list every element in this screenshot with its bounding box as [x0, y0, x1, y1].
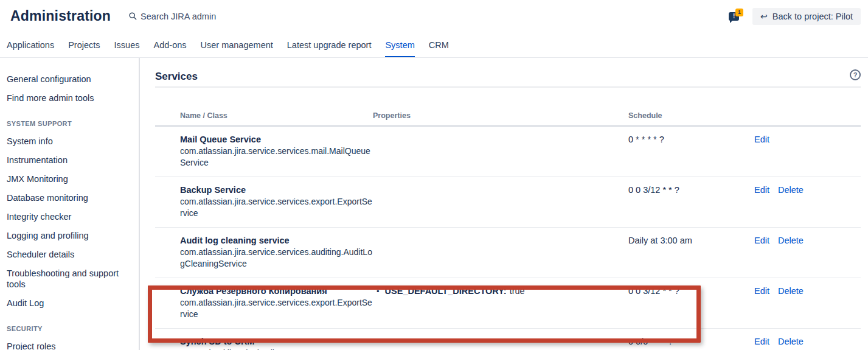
column-header-schedule: Schedule: [628, 88, 754, 125]
service-name-cell: Synch SD to CRM ru.teamlead.jira.plugins…: [155, 329, 373, 350]
services-table-header: Name / Class Properties Schedule: [155, 88, 861, 127]
sidebar: General configurationFind more admin too…: [0, 58, 140, 350]
service-name-cell: Audit log cleaning service com.atlassian…: [155, 228, 373, 278]
nav-tab-issues[interactable]: Issues: [114, 32, 140, 57]
sidebar-item-jmx-monitoring[interactable]: JMX Monitoring: [7, 173, 133, 184]
service-schedule: Daily at 3:00 am: [628, 228, 754, 278]
nav-tab-applications[interactable]: Applications: [7, 32, 54, 57]
back-to-project-label: Back to project: Pilot: [773, 12, 853, 21]
content-header: Services ?: [155, 71, 861, 88]
service-name-cell: Backup Service com.atlassian.jira.servic…: [155, 177, 373, 227]
services-table-body: Mail Queue Service com.atlassian.jira.se…: [155, 127, 861, 350]
service-name: Mail Queue Service: [180, 134, 373, 145]
help-icon[interactable]: ?: [850, 69, 861, 80]
sidebar-item-system-info[interactable]: System info: [7, 136, 133, 147]
edit-link[interactable]: Edit: [754, 236, 769, 245]
service-class: com.atlassian.jira.service.services.expo…: [180, 297, 373, 320]
property-item: •USE_DEFAULT_DIRECTORY:true: [373, 285, 628, 297]
delete-link[interactable]: Delete: [778, 236, 804, 245]
service-row: Audit log cleaning service com.atlassian…: [155, 228, 861, 278]
service-schedule: 0 * * * * ?: [628, 127, 754, 177]
service-properties-cell: [373, 177, 628, 227]
service-name: Audit log cleaning service: [180, 235, 373, 246]
service-name: Backup Service: [180, 184, 373, 195]
edit-link[interactable]: Edit: [754, 185, 769, 195]
delete-link[interactable]: Delete: [778, 185, 804, 195]
services-title: Services: [155, 71, 198, 83]
delete-link[interactable]: Delete: [778, 337, 804, 346]
sidebar-item-troubleshooting-and-support-tools[interactable]: Troubleshooting and support tools: [7, 268, 133, 290]
service-actions-cell: EditDelete: [754, 329, 861, 350]
sidebar-item-audit-log[interactable]: Audit Log: [7, 298, 133, 309]
service-properties-cell: [373, 127, 628, 177]
service-row: Mail Queue Service com.atlassian.jira.se…: [155, 127, 861, 177]
property-value: true: [510, 285, 525, 296]
jira-admin-page: Administration ! 1 ↩ Back to project: Pi…: [0, 0, 868, 350]
service-row: Synch SD to CRM ru.teamlead.jira.plugins…: [155, 329, 861, 350]
service-schedule: 0 0 3/12 * * ?: [628, 177, 754, 227]
service-actions-cell: EditDelete: [754, 177, 861, 227]
service-name-cell: Mail Queue Service com.atlassian.jira.se…: [155, 127, 373, 177]
admin-search: [129, 12, 262, 21]
nav-tab-crm[interactable]: CRM: [429, 32, 449, 57]
page-title: Administration: [10, 8, 111, 24]
service-class: com.atlassian.jira.service.services.audi…: [180, 247, 373, 270]
back-to-project-button[interactable]: ↩ Back to project: Pilot: [752, 8, 861, 25]
sidebar-item-general-configuration[interactable]: General configuration: [7, 74, 133, 85]
service-class: com.atlassian.jira.service.services.expo…: [180, 196, 373, 219]
service-actions-cell: Edit: [754, 127, 861, 177]
notification-icon[interactable]: ! 1: [729, 10, 742, 23]
search-icon: [129, 12, 137, 20]
sidebar-item-logging-and-profiling[interactable]: Logging and profiling: [7, 230, 133, 241]
column-header-name-class: Name / Class: [155, 88, 373, 125]
service-name: Synch SD to CRM: [180, 336, 373, 347]
main-layout: General configurationFind more admin too…: [0, 58, 868, 350]
search-input[interactable]: [141, 12, 262, 21]
nav-tab-latest-upgrade-report[interactable]: Latest upgrade report: [287, 32, 372, 57]
service-name-cell: Служба Резервного Копирования com.atlass…: [155, 278, 373, 328]
notification-bubble-tail: [730, 20, 733, 23]
column-header-actions: [754, 88, 861, 125]
sidebar-item-project-roles[interactable]: Project roles: [7, 341, 133, 350]
content-area: Services ? Name / Class Properties Sched…: [140, 58, 868, 350]
service-class: com.atlassian.jira.service.services.mail…: [180, 145, 373, 169]
sidebar-item-database-monitoring[interactable]: Database monitoring: [7, 192, 133, 203]
sidebar-section-heading: SYSTEM SUPPORT: [7, 120, 133, 127]
delete-link[interactable]: Delete: [778, 286, 804, 296]
nav-tab-user-management[interactable]: User management: [201, 32, 273, 57]
notification-count-badge: 1: [735, 9, 743, 16]
column-header-properties: Properties: [373, 88, 628, 125]
edit-link[interactable]: Edit: [754, 286, 769, 296]
nav-tab-system[interactable]: System: [385, 32, 414, 57]
bullet-icon: •: [377, 286, 380, 297]
service-properties-cell: [373, 329, 628, 350]
service-properties-cell: [373, 228, 628, 278]
service-schedule: 0 0 3/12 * * ?: [628, 278, 754, 328]
service-actions-cell: EditDelete: [754, 278, 861, 328]
service-properties-cell: •USE_DEFAULT_DIRECTORY:true: [373, 278, 628, 328]
edit-link[interactable]: Edit: [754, 337, 769, 346]
service-schedule: 0 0/5 * * * ?: [628, 329, 754, 350]
back-arrow-icon: ↩: [760, 12, 768, 21]
sidebar-item-integrity-checker[interactable]: Integrity checker: [7, 211, 133, 222]
edit-link[interactable]: Edit: [754, 135, 769, 144]
header-right: ! 1 ↩ Back to project: Pilot: [729, 8, 861, 25]
sidebar-item-scheduler-details[interactable]: Scheduler details: [7, 249, 133, 260]
nav-tab-add-ons[interactable]: Add-ons: [154, 32, 187, 57]
service-row: Служба Резервного Копирования com.atlass…: [155, 278, 861, 329]
service-row: Backup Service com.atlassian.jira.servic…: [155, 177, 861, 228]
top-header: Administration ! 1 ↩ Back to project: Pi…: [0, 0, 868, 32]
service-name: Служба Резервного Копирования: [180, 285, 373, 296]
property-key: USE_DEFAULT_DIRECTORY:: [385, 285, 507, 296]
sidebar-section-heading: SECURITY: [7, 325, 133, 332]
nav-tab-projects[interactable]: Projects: [68, 32, 100, 57]
sidebar-item-find-more-admin-tools[interactable]: Find more admin tools: [7, 93, 133, 103]
service-class: ru.teamlead.jira.plugins.listener.crm.CR…: [180, 348, 373, 350]
service-actions-cell: EditDelete: [754, 228, 861, 278]
admin-nav-tabs: ApplicationsProjectsIssuesAdd-onsUser ma…: [0, 32, 868, 58]
sidebar-item-instrumentation[interactable]: Instrumentation: [7, 155, 133, 166]
